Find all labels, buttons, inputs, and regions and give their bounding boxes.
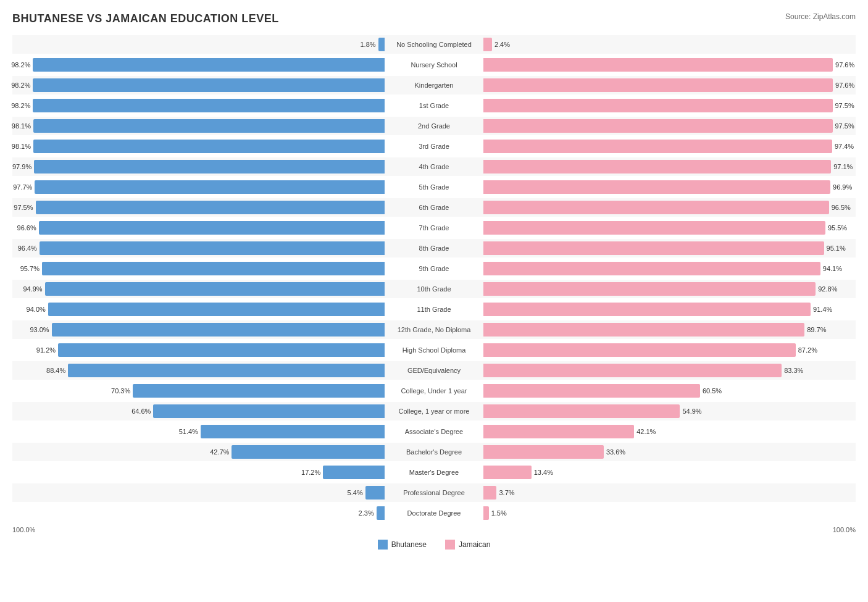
row-label: Associate's Degree (385, 428, 483, 435)
left-area: 98.2% (12, 76, 385, 94)
blue-value: 94.9% (23, 285, 42, 293)
blue-bar: 1.8% (378, 38, 385, 51)
legend-blue-label: Bhutanese (391, 540, 427, 549)
pink-bar: 89.7% (483, 323, 804, 337)
pink-bar: 1.5% (483, 506, 489, 520)
blue-bar: 91.2% (58, 343, 385, 357)
pink-value: 60.5% (703, 387, 722, 395)
blue-value: 70.3% (111, 387, 130, 395)
right-area: 3.7% (483, 483, 856, 502)
blue-value: 98.2% (11, 102, 30, 109)
right-area: 95.1% (483, 239, 856, 257)
blue-bar: 97.9% (34, 160, 385, 173)
left-area: 98.2% (12, 96, 385, 115)
blue-value: 51.4% (179, 428, 198, 435)
blue-value: 98.1% (12, 143, 31, 150)
blue-value: 95.7% (20, 265, 40, 272)
pink-value: 97.6% (835, 82, 854, 89)
pink-value: 42.1% (636, 428, 656, 435)
bar-row: 97.7% 5th Grade 96.9% (12, 178, 856, 196)
row-label: Doctorate Degree (385, 509, 483, 517)
pink-value: 94.1% (823, 265, 842, 272)
blue-bar: 95.7% (42, 262, 385, 275)
axis-label-right: 100.0% (833, 526, 856, 533)
blue-value: 98.2% (11, 61, 30, 69)
row-label: 10th Grade (385, 285, 483, 293)
pink-value: 1.5% (491, 509, 507, 517)
pink-value: 87.2% (798, 346, 817, 354)
bar-row: 1.8% No Schooling Completed 2.4% (12, 35, 856, 54)
blue-bar: 51.4% (201, 425, 385, 438)
bar-row: 97.5% 6th Grade 96.5% (12, 198, 856, 217)
row-label: 4th Grade (385, 163, 483, 170)
blue-bar: 88.4% (68, 364, 385, 377)
blue-bar: 94.0% (48, 303, 385, 316)
legend-area: Bhutanese Jamaican (12, 540, 856, 550)
left-area: 88.4% (12, 361, 385, 380)
chart-container: BHUTANESE VS JAMAICAN EDUCATION LEVEL So… (12, 12, 856, 550)
pink-value: 97.1% (833, 163, 853, 170)
bar-row: 94.0% 11th Grade 91.4% (12, 300, 856, 319)
row-label: 2nd Grade (385, 122, 483, 130)
pink-bar: 91.4% (483, 303, 811, 316)
right-area: 1.5% (483, 504, 856, 522)
pink-bar: 95.5% (483, 221, 825, 235)
pink-bar: 95.1% (483, 241, 824, 255)
pink-bar: 97.6% (483, 58, 833, 72)
pink-value: 91.4% (813, 306, 832, 313)
bar-row: 70.3% College, Under 1 year 60.5% (12, 382, 856, 400)
pink-bar: 97.5% (483, 119, 833, 133)
right-area: 97.6% (483, 76, 856, 94)
axis-labels: 100.0% 100.0% (12, 526, 856, 533)
row-label: Master's Degree (385, 469, 483, 476)
right-area: 87.2% (483, 341, 856, 359)
legend-pink-label: Jamaican (459, 540, 490, 549)
pink-value: 33.6% (606, 448, 625, 456)
pink-value: 95.1% (827, 245, 846, 252)
pink-value: 13.4% (534, 469, 553, 476)
pink-bar: 97.1% (483, 160, 831, 173)
bar-row: 98.1% 3rd Grade 97.4% (12, 137, 856, 156)
row-label: 6th Grade (385, 204, 483, 211)
blue-bar: 94.9% (45, 282, 385, 296)
bar-row: 98.2% 1st Grade 97.5% (12, 96, 856, 115)
row-label: 12th Grade, No Diploma (385, 326, 483, 333)
legend-pink: Jamaican (445, 540, 490, 550)
left-area: 42.7% (12, 443, 385, 461)
row-label: 3rd Grade (385, 143, 483, 150)
pink-bar: 2.4% (483, 38, 492, 51)
pink-bar: 3.7% (483, 486, 496, 500)
bar-row: 64.6% College, 1 year or more 54.9% (12, 402, 856, 420)
chart-source: Source: ZipAtlas.com (785, 12, 856, 21)
left-area: 98.1% (12, 137, 385, 156)
left-area: 64.6% (12, 402, 385, 420)
right-area: 96.5% (483, 198, 856, 217)
blue-bar: 42.7% (232, 445, 385, 459)
pink-bar: 54.9% (483, 404, 680, 418)
pink-value: 2.4% (495, 41, 510, 48)
bar-row: 98.2% Kindergarten 97.6% (12, 76, 856, 94)
right-area: 92.8% (483, 280, 856, 298)
blue-bar: 96.6% (39, 221, 385, 235)
pink-value: 95.5% (828, 224, 847, 232)
row-label: 1st Grade (385, 102, 483, 109)
pink-value: 92.8% (818, 285, 837, 293)
row-label: Bachelor's Degree (385, 448, 483, 456)
right-area: 33.6% (483, 443, 856, 461)
blue-bar: 98.1% (33, 119, 385, 133)
blue-value: 97.7% (13, 183, 32, 191)
blue-value: 96.4% (18, 245, 37, 252)
pink-bar: 42.1% (483, 425, 634, 438)
right-area: 97.4% (483, 137, 856, 156)
row-label: 8th Grade (385, 245, 483, 252)
right-area: 97.5% (483, 96, 856, 115)
pink-bar: 96.9% (483, 180, 830, 194)
blue-bar: 98.1% (33, 140, 385, 153)
pink-value: 83.3% (784, 367, 803, 374)
legend-blue: Bhutanese (378, 540, 427, 550)
left-area: 93.0% (12, 320, 385, 339)
bar-row: 96.6% 7th Grade 95.5% (12, 219, 856, 237)
blue-value: 96.6% (17, 224, 36, 232)
bar-row: 97.9% 4th Grade 97.1% (12, 157, 856, 176)
pink-value: 97.6% (835, 61, 854, 69)
